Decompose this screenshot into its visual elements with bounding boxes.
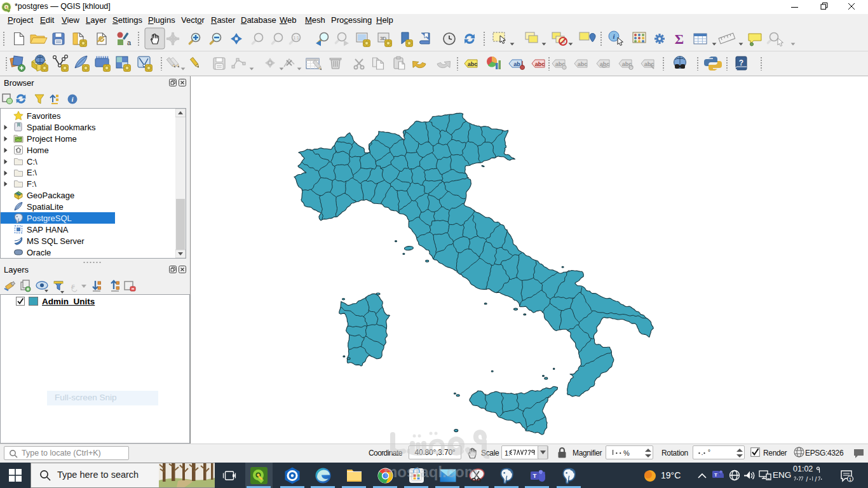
- svg-text:%: %: [623, 449, 630, 457]
- svg-text:/: /: [815, 476, 817, 483]
- svg-text:/: /: [806, 476, 808, 483]
- svg-text:T: T: [533, 472, 537, 479]
- svg-text:1: 1: [849, 477, 852, 482]
- svg-text:T: T: [714, 472, 717, 478]
- svg-text:°: °: [708, 449, 710, 456]
- svg-text:.: .: [702, 449, 703, 456]
